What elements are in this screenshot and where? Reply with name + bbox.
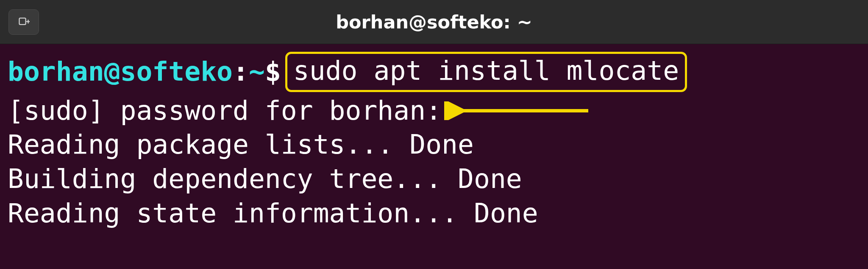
annotation-arrow-icon (444, 101, 597, 120)
new-tab-button[interactable] (8, 9, 39, 35)
terminal-body[interactable]: borhan@softeko:~$ sudo apt install mloca… (0, 44, 868, 230)
titlebar: borhan@softeko: ~ (0, 0, 868, 44)
window-title: borhan@softeko: ~ (336, 11, 532, 33)
prompt-path: ~ (249, 55, 265, 89)
command-highlight-box: sudo apt install mlocate (285, 52, 687, 92)
output-sudo-password: [sudo] password for borhan: (8, 94, 860, 128)
prompt-user-host: borhan@softeko (8, 55, 233, 89)
new-tab-icon (18, 16, 30, 28)
output-reading-state: Reading state information... Done (8, 196, 860, 231)
output-sudo-password-text: [sudo] password for borhan: (8, 94, 442, 128)
prompt-separator: : (233, 55, 249, 89)
output-reading-packages: Reading package lists... Done (8, 128, 860, 162)
prompt-symbol: $ (265, 55, 281, 89)
svg-rect-0 (19, 18, 26, 24)
output-building-dependency: Building dependency tree... Done (8, 162, 860, 196)
prompt-line: borhan@softeko:~$ sudo apt install mloca… (8, 52, 860, 92)
